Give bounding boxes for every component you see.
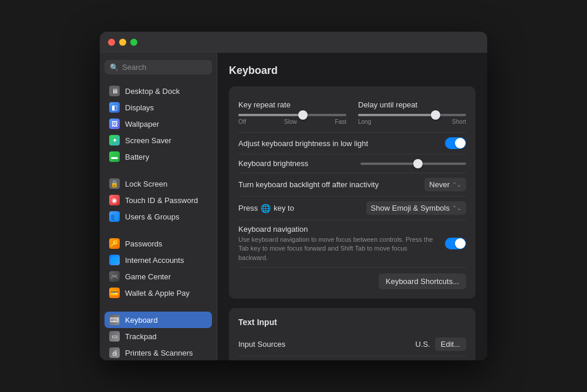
sidebar-label-wallpaper: Wallpaper [125, 120, 159, 129]
sidebar-item-internet-accounts[interactable]: 🌐 Internet Accounts [104, 252, 212, 268]
wallpaper-icon: 🖼 [109, 119, 120, 129]
displays-icon: ◧ [109, 102, 120, 113]
key-repeat-slider-container: Off Slow Fast [238, 114, 346, 125]
label-fast: Fast [335, 119, 346, 125]
text-input-card: Text Input Input Sources U.S. Edit... Te… [229, 308, 475, 360]
sidebar-label-passwords: Passwords [125, 239, 163, 248]
edit-input-sources-button[interactable]: Edit... [435, 337, 466, 351]
passwords-icon: 🔑 [109, 238, 120, 249]
titlebar [100, 32, 487, 53]
sidebar: 🔍 🖥 Desktop & Dock ◧ Displays 🖼 Wallpape… [100, 53, 217, 360]
screensaver-icon: ✦ [109, 135, 120, 146]
press-key-chevron-icon: ⌃⌄ [452, 205, 461, 211]
sidebar-label-trackpad: Trackpad [125, 332, 157, 341]
sidebar-item-lock-screen[interactable]: 🔒 Lock Screen [104, 175, 212, 192]
delay-repeat-slider-container: Long Short [358, 114, 466, 125]
sidebar-group-4: ⌨ Keyboard ▭ Trackpad 🖨 Printers & Scann… [104, 312, 212, 360]
sidebar-item-keyboard[interactable]: ⌨ Keyboard [104, 312, 212, 328]
backlight-dropdown[interactable]: Never ⌃⌄ [424, 178, 466, 191]
sidebar-label-printers: Printers & Scanners [125, 349, 193, 357]
sidebar-item-passwords[interactable]: 🔑 Passwords [104, 235, 212, 252]
sidebar-label-wallet: Wallet & Apple Pay [125, 289, 190, 298]
keyboard-nav-toggle[interactable] [445, 238, 466, 249]
delay-repeat-block: Delay until repeat Long Short [358, 100, 466, 125]
sidebar-item-screensaver[interactable]: ✦ Screen Saver [104, 132, 212, 148]
label-off: Off [238, 119, 246, 125]
label-short: Short [452, 119, 466, 125]
sidebar-item-trackpad[interactable]: ▭ Trackpad [104, 328, 212, 344]
press-key-suffix: key to [274, 204, 294, 212]
press-key-value: Show Emoji & Symbols [371, 204, 450, 212]
delay-repeat-track [358, 114, 466, 116]
keyboard-brightness-thumb[interactable] [413, 159, 423, 168]
keyboard-shortcuts-wrapper: Keyboard Shortcuts... ← SELECT THIS [238, 268, 466, 289]
press-key-row: Press 🌐 key to Show Emoji & Symbols ⌃⌄ [238, 197, 466, 220]
battery-icon: ▬ [109, 151, 120, 162]
input-sources-controls: U.S. Edit... [415, 337, 466, 351]
sidebar-item-battery[interactable]: ▬ Battery [104, 148, 212, 165]
sidebar-label-internet-accounts: Internet Accounts [125, 256, 184, 265]
sidebar-item-users-groups[interactable]: 👥 Users & Groups [104, 208, 212, 225]
input-sources-label: Input Sources [238, 340, 285, 349]
desktop-dock-icon: 🖥 [109, 86, 120, 96]
search-input[interactable] [122, 63, 207, 72]
key-repeat-label: Key repeat rate [238, 100, 346, 109]
label-long: Long [358, 119, 371, 125]
sidebar-item-touch-id[interactable]: ◉ Touch ID & Password [104, 192, 212, 208]
key-repeat-labels: Off Slow Fast [238, 119, 346, 125]
minimize-button[interactable] [119, 39, 126, 46]
text-input-title: Text Input [238, 317, 466, 327]
main-content: Keyboard Key repeat rate [217, 53, 487, 360]
window-body: 🔍 🖥 Desktop & Dock ◧ Displays 🖼 Wallpape… [100, 53, 487, 360]
backlight-label: Turn keyboard backlight off after inacti… [238, 180, 379, 189]
sidebar-item-wallet[interactable]: 💳 Wallet & Apple Pay [104, 285, 212, 301]
sidebar-label-users-groups: Users & Groups [125, 212, 179, 221]
keyboard-brightness-row: Keyboard brightness [238, 154, 466, 173]
search-bar[interactable]: 🔍 [104, 60, 212, 75]
sidebar-group-3: 🔑 Passwords 🌐 Internet Accounts 🎮 Game C… [104, 235, 212, 301]
brightness-toggle[interactable] [445, 137, 466, 149]
system-preferences-window: 🔍 🖥 Desktop & Dock ◧ Displays 🖼 Wallpape… [100, 32, 487, 360]
lockscreen-icon: 🔒 [109, 178, 120, 189]
maximize-button[interactable] [130, 39, 137, 46]
keyboard-brightness-label: Keyboard brightness [238, 159, 308, 168]
backlight-row: Turn keyboard backlight off after inacti… [238, 173, 466, 197]
sidebar-label-game-center: Game Center [125, 272, 171, 281]
wallet-icon: 💳 [109, 288, 120, 298]
sidebar-label-screensaver: Screen Saver [125, 136, 171, 145]
sidebar-group-1: 🖥 Desktop & Dock ◧ Displays 🖼 Wallpaper … [104, 83, 212, 165]
brightness-toggle-knob [455, 138, 465, 148]
sidebar-label-lock-screen: Lock Screen [125, 180, 167, 188]
brightness-label: Adjust keyboard brightness in low light [238, 139, 368, 148]
traffic-lights [108, 39, 137, 46]
press-key-label: Press [238, 204, 258, 212]
close-button[interactable] [108, 39, 115, 46]
search-icon: 🔍 [110, 63, 119, 72]
sidebar-label-battery: Battery [125, 153, 149, 161]
keyboard-nav-label: Keyboard navigation [238, 225, 438, 234]
trackpad-icon: ▭ [109, 331, 120, 342]
sidebar-item-desktop-dock[interactable]: 🖥 Desktop & Dock [104, 83, 212, 99]
sliders-section: Key repeat rate Off Slow Fast [238, 96, 466, 133]
keyboard-brightness-slider[interactable] [360, 163, 466, 165]
input-sources-value: U.S. [415, 340, 430, 349]
page-title: Keyboard [229, 65, 475, 77]
delay-repeat-fill [358, 114, 436, 116]
sidebar-item-displays[interactable]: ◧ Displays [104, 99, 212, 116]
text-replacements-wrapper: Text Replacements... [238, 356, 466, 360]
printers-icon: 🖨 [109, 347, 120, 358]
keyboard-nav-row: Keyboard navigation Use keyboard navigat… [238, 220, 466, 268]
sidebar-item-printers[interactable]: 🖨 Printers & Scanners [104, 344, 212, 360]
sidebar-item-game-center[interactable]: 🎮 Game Center [104, 268, 212, 285]
press-key-dropdown[interactable]: Show Emoji & Symbols ⌃⌄ [366, 201, 466, 215]
brightness-toggle-row: Adjust keyboard brightness in low light [238, 133, 466, 154]
sidebar-item-wallpaper[interactable]: 🖼 Wallpaper [104, 116, 212, 132]
keyboard-nav-sublabel: Use keyboard navigation to move focus be… [238, 235, 438, 262]
keyboard-card: Key repeat rate Off Slow Fast [229, 86, 475, 299]
key-repeat-track [238, 114, 346, 116]
input-sources-row: Input Sources U.S. Edit... [238, 333, 466, 356]
keyboard-shortcuts-button[interactable]: Keyboard Shortcuts... [379, 273, 466, 289]
backlight-value: Never [429, 180, 450, 189]
label-slow: Slow [284, 119, 297, 125]
delay-repeat-label: Delay until repeat [358, 100, 466, 109]
